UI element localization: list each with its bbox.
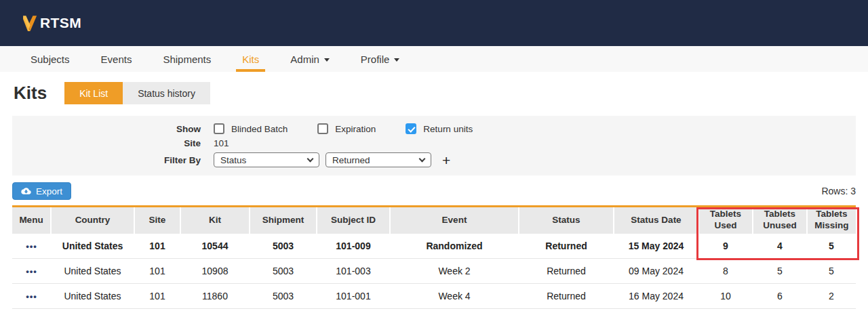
table-row: ••• United States 101 11860 5003 101-001… xyxy=(12,284,856,309)
cell-event: Week 2 xyxy=(390,259,519,284)
cell-shipment: 5003 xyxy=(250,259,317,284)
export-cloud-download-icon xyxy=(21,187,31,195)
column-header-event: Event xyxy=(390,207,519,234)
checkbox-blinded-batch[interactable] xyxy=(214,123,224,134)
checkbox-label-blinded-batch: Blinded Batch xyxy=(231,124,288,134)
nav-item-kits[interactable]: Kits xyxy=(236,46,265,72)
cell-tablets-missing: 5 xyxy=(807,259,856,284)
cell-tablets-unused: 6 xyxy=(753,284,807,309)
nav-item-subjects[interactable]: Subjects xyxy=(24,46,76,72)
filter-row-filter-by: Filter By Status Returned + xyxy=(12,152,856,167)
cell-tablets-used: 10 xyxy=(698,284,753,309)
cell-status: Returned xyxy=(519,234,614,259)
checkbox-label-expiration: Expiration xyxy=(335,124,376,134)
filter-row-site: Site 101 xyxy=(12,138,856,148)
chevron-down-icon xyxy=(307,155,314,162)
cell-menu: ••• xyxy=(12,284,51,309)
column-header-subject-id: Subject ID xyxy=(317,207,390,234)
rtsm-logo-v-icon xyxy=(23,15,37,32)
cell-subject-id: 101-003 xyxy=(317,259,390,284)
checkbox-group-blinded-batch[interactable]: Blinded Batch xyxy=(214,123,288,134)
show-checkbox-group: Blinded Batch Expiration Return units xyxy=(214,123,856,134)
main-nav: Subjects Events Shipments Kits Admin Pro… xyxy=(0,46,868,72)
filter-panel: Show Blinded Batch Expiration Return uni… xyxy=(12,116,856,175)
filter-field-select[interactable]: Status xyxy=(214,152,319,167)
cell-menu: ••• xyxy=(12,259,51,284)
cell-tablets-missing: 2 xyxy=(807,284,856,309)
filter-by-controls: Status Returned + xyxy=(214,152,856,167)
column-header-country: Country xyxy=(51,207,134,234)
row-menu-button[interactable]: ••• xyxy=(26,266,37,276)
tab-kit-list[interactable]: Kit List xyxy=(64,82,123,104)
cell-tablets-unused: 5 xyxy=(753,259,807,284)
cell-subject-id: 101-009 xyxy=(317,234,390,259)
cell-country: United States xyxy=(51,234,134,259)
export-button[interactable]: Export xyxy=(12,182,71,200)
app-header: RTSM xyxy=(0,0,868,46)
nav-label-kits: Kits xyxy=(242,54,259,65)
nav-item-events[interactable]: Events xyxy=(95,46,138,72)
cell-kit: 10544 xyxy=(180,234,250,259)
checkbox-group-expiration[interactable]: Expiration xyxy=(317,123,376,134)
cell-event: Randomized xyxy=(390,234,519,259)
cell-shipment: 5003 xyxy=(250,234,317,259)
cell-tablets-missing: 5 xyxy=(807,234,856,259)
filter-by-label: Filter By xyxy=(12,155,201,165)
nav-label-admin: Admin xyxy=(290,54,319,65)
cell-status-date: 09 May 2024 xyxy=(614,259,698,284)
cell-subject-id: 101-001 xyxy=(317,284,390,309)
table-toolbar: Export Rows: 3 xyxy=(12,182,856,200)
column-header-tablets-unused: Tablets Unused xyxy=(753,207,807,234)
cell-tablets-used: 9 xyxy=(698,234,753,259)
page-title: Kits xyxy=(14,83,47,104)
cell-status-date: 15 May 2024 xyxy=(614,234,698,259)
export-button-label: Export xyxy=(36,186,62,196)
cell-site: 101 xyxy=(134,284,180,309)
add-filter-button[interactable]: + xyxy=(442,153,450,167)
cell-menu: ••• xyxy=(12,234,51,259)
filter-row-show: Show Blinded Batch Expiration Return uni… xyxy=(12,123,856,134)
caret-down-icon xyxy=(324,58,330,62)
cell-country: United States xyxy=(51,284,134,309)
nav-label-events: Events xyxy=(101,54,132,65)
page-title-row: Kits Kit List Status history xyxy=(0,72,868,104)
rows-count: Rows: 3 xyxy=(821,186,856,196)
filter-value-select[interactable]: Returned xyxy=(326,152,431,167)
site-value: 101 xyxy=(214,138,856,148)
nav-item-admin[interactable]: Admin xyxy=(284,46,336,72)
cell-tablets-used: 8 xyxy=(698,259,753,284)
cell-country: United States xyxy=(51,259,134,284)
cell-event: Week 4 xyxy=(390,284,519,309)
nav-item-profile[interactable]: Profile xyxy=(355,46,406,72)
show-label: Show xyxy=(12,124,201,134)
column-header-tablets-missing: Tablets Missing xyxy=(807,207,856,234)
cell-kit: 10908 xyxy=(180,259,250,284)
nav-label-profile: Profile xyxy=(361,54,390,65)
cell-site: 101 xyxy=(134,234,180,259)
cell-status: Returned xyxy=(519,259,614,284)
row-menu-button[interactable]: ••• xyxy=(26,241,37,251)
checkbox-expiration[interactable] xyxy=(317,123,328,134)
checkbox-label-return-units: Return units xyxy=(423,124,473,134)
checkbox-return-units[interactable] xyxy=(406,123,416,134)
tab-status-history[interactable]: Status history xyxy=(123,82,210,104)
column-header-site: Site xyxy=(134,207,180,234)
table-row: ••• United States 101 10544 5003 101-009… xyxy=(12,234,856,259)
app-logo[interactable]: RTSM xyxy=(23,15,81,32)
app-logo-text: RTSM xyxy=(40,15,81,31)
column-header-status-date: Status Date xyxy=(614,207,698,234)
filter-value-selected-value: Returned xyxy=(332,155,370,165)
checkbox-group-return-units[interactable]: Return units xyxy=(406,123,473,134)
column-header-shipment: Shipment xyxy=(250,207,317,234)
nav-item-shipments[interactable]: Shipments xyxy=(157,46,217,72)
cell-site: 101 xyxy=(134,259,180,284)
nav-label-subjects: Subjects xyxy=(31,54,70,65)
site-label: Site xyxy=(12,138,201,148)
filter-field-selected-value: Status xyxy=(220,155,246,165)
column-header-tablets-used: Tablets Used xyxy=(698,207,753,234)
kits-table: Menu Country Site Kit Shipment Subject I… xyxy=(12,205,856,309)
chevron-down-icon xyxy=(419,155,426,162)
cell-tablets-unused: 4 xyxy=(753,234,807,259)
caret-down-icon xyxy=(394,58,399,62)
row-menu-button[interactable]: ••• xyxy=(26,291,37,301)
